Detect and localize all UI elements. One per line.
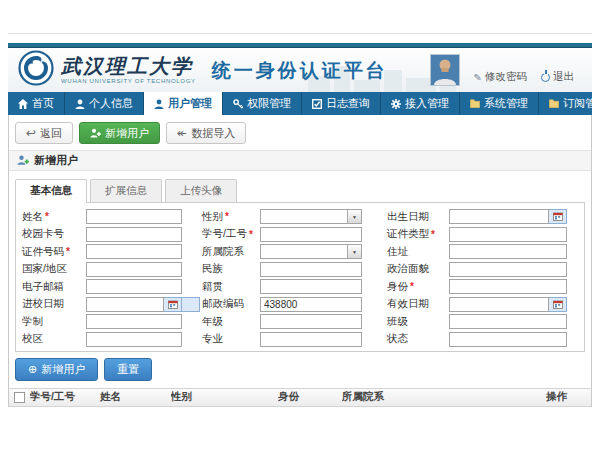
address-input[interactable] xyxy=(449,244,567,259)
field-class: 班级 xyxy=(387,314,584,329)
column-header-gender: 性别 xyxy=(171,390,278,404)
nav-item-system-management[interactable]: 系统管理 xyxy=(460,92,539,115)
field-student-id: 学号/工号* xyxy=(202,227,387,242)
valid-date-input[interactable] xyxy=(449,297,549,312)
campus-input[interactable] xyxy=(86,332,182,347)
calendar-icon-entry[interactable] xyxy=(164,297,182,312)
campus-card-input[interactable] xyxy=(86,227,182,242)
postal-code-input[interactable] xyxy=(260,297,362,312)
ethnicity-input[interactable] xyxy=(260,262,362,277)
app-window: 武汉理工大学 WUHAN UNIVERSITY OF TECHNOLOGY 统一… xyxy=(8,33,592,407)
required-marker: * xyxy=(225,211,229,222)
email-input[interactable] xyxy=(86,279,182,294)
section-header: 新增用户 xyxy=(9,150,591,171)
plus-circle-icon: ⊕ xyxy=(28,364,37,375)
nav-item-log-query[interactable]: 日志查询 xyxy=(302,92,381,115)
tab-upload-avatar[interactable]: 上传头像 xyxy=(165,179,237,202)
section-title: 新增用户 xyxy=(34,153,78,168)
add-user-section-icon xyxy=(17,155,29,166)
nav-item-subscription-management[interactable]: 订阅管理 xyxy=(539,92,600,115)
required-marker: * xyxy=(45,211,49,222)
content-panel: ↩ 返回 新增用户 ↞ 数据导入 新增用户 基本信息 扩展信息 上传头像 xyxy=(8,115,592,407)
class-input[interactable] xyxy=(449,314,567,329)
entry-date-input[interactable] xyxy=(86,297,164,312)
field-gender: 性别* ▼ xyxy=(202,209,387,224)
field-entry-date: 进校日期 xyxy=(22,297,202,312)
logout-link[interactable]: 退出 xyxy=(541,70,574,84)
name-input[interactable] xyxy=(86,209,182,224)
tab-basic-info[interactable]: 基本信息 xyxy=(15,179,87,203)
field-id-number: 证件号码* xyxy=(22,244,202,259)
native-place-input[interactable] xyxy=(260,279,362,294)
folder-icon xyxy=(470,99,480,108)
required-marker: * xyxy=(249,229,253,240)
field-department: 所属院系 ▼ xyxy=(202,244,387,259)
field-email: 电子邮箱 xyxy=(22,279,202,294)
add-user-toolbar-button[interactable]: 新增用户 xyxy=(79,122,160,144)
id-number-input[interactable] xyxy=(86,244,182,259)
field-identity: 身份* xyxy=(387,279,584,294)
political-status-input[interactable] xyxy=(449,262,567,277)
change-password-link[interactable]: ✎ 修改密码 xyxy=(474,70,527,84)
tab-strip: 基本信息 扩展信息 上传头像 xyxy=(15,179,585,202)
university-logo-icon xyxy=(18,50,54,90)
status-input[interactable] xyxy=(449,332,567,347)
field-grade: 年级 xyxy=(202,314,387,329)
required-marker: * xyxy=(431,229,435,240)
person-icon xyxy=(154,99,164,109)
field-campus: 校区 xyxy=(22,332,202,347)
back-button[interactable]: ↩ 返回 xyxy=(15,122,73,144)
nav-item-personal-info[interactable]: 个人信息 xyxy=(65,92,144,115)
column-header-department: 所属院系 xyxy=(342,390,546,404)
major-input[interactable] xyxy=(260,332,362,347)
field-status: 状态 xyxy=(387,332,584,347)
birthdate-input[interactable] xyxy=(449,209,549,224)
field-postal-code: 邮政编码 xyxy=(202,297,387,312)
column-header-identity: 身份 xyxy=(278,390,342,404)
user-table-header: 学号/工号 姓名 性别 身份 所属院系 操作 xyxy=(9,388,591,407)
back-arrow-icon: ↩ xyxy=(26,127,36,139)
reset-button[interactable]: 重置 xyxy=(104,358,152,381)
nav-item-access-management[interactable]: 接入管理 xyxy=(381,92,460,115)
calendar-icon[interactable] xyxy=(182,297,200,312)
top-divider xyxy=(8,33,592,34)
country-region-input[interactable] xyxy=(86,262,182,277)
import-arrow-icon: ↞ xyxy=(177,127,187,139)
chevron-down-icon[interactable]: ▼ xyxy=(347,245,361,258)
university-name-en: WUHAN UNIVERSITY OF TECHNOLOGY xyxy=(61,78,196,84)
education-length-input[interactable] xyxy=(86,314,182,329)
field-major: 专业 xyxy=(202,332,387,347)
nav-item-user-management[interactable]: 用户管理 xyxy=(144,92,223,115)
university-name: 武汉理工大学 xyxy=(61,56,196,76)
main-nav: 首页 个人信息 用户管理 权限管理 日志查询 接入管理 系统管理 订阅管理 xyxy=(8,92,592,115)
nav-item-home[interactable]: 首页 xyxy=(8,92,65,115)
basic-info-form: 姓名* 性别* ▼ 出生日期 校园卡号 学号/工号* xyxy=(15,202,585,352)
field-native-place: 籍贯 xyxy=(202,279,387,294)
field-ethnicity: 民族 xyxy=(202,262,387,277)
tab-extended-info[interactable]: 扩展信息 xyxy=(90,179,162,202)
select-all-checkbox[interactable] xyxy=(14,392,25,403)
field-address: 住址 xyxy=(387,244,584,259)
chevron-down-icon[interactable]: ▼ xyxy=(347,210,361,223)
power-icon xyxy=(541,73,550,82)
person-icon xyxy=(75,99,85,109)
grade-input[interactable] xyxy=(260,314,362,329)
user-table-body-empty xyxy=(9,407,591,415)
field-name: 姓名* xyxy=(22,209,202,224)
submit-add-user-button[interactable]: ⊕ 新增用户 xyxy=(15,358,98,381)
student-id-input[interactable] xyxy=(260,227,362,242)
user-avatar xyxy=(430,54,460,86)
identity-input[interactable] xyxy=(449,279,567,294)
nav-item-permission-management[interactable]: 权限管理 xyxy=(223,92,302,115)
field-country-region: 国家/地区 xyxy=(22,262,202,277)
calendar-icon[interactable] xyxy=(549,209,567,224)
home-icon xyxy=(18,99,28,109)
key-icon xyxy=(233,99,243,109)
data-import-button[interactable]: ↞ 数据导入 xyxy=(166,122,246,144)
id-type-input[interactable] xyxy=(449,227,567,242)
calendar-icon[interactable] xyxy=(549,297,567,312)
column-header-name: 姓名 xyxy=(100,390,171,404)
change-password-label: 修改密码 xyxy=(485,70,527,84)
required-marker: * xyxy=(410,281,414,292)
column-header-operations: 操作 xyxy=(546,390,591,404)
